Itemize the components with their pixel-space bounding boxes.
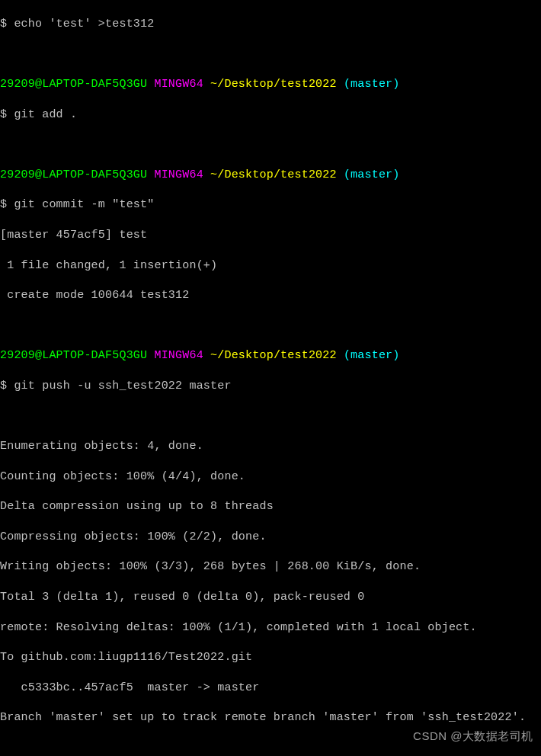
output-line: Writing objects: 100% (3/3), 268 bytes |… (0, 559, 541, 575)
command-text: git push -u ssh_test2022 master (14, 380, 231, 392)
output-line: remote: Resolving deltas: 100% (1/1), co… (0, 620, 541, 636)
output-line: To github.com:liugp1116/Test2022.git (0, 650, 541, 665)
output-line: Enumerating objects: 4, done. (0, 439, 541, 454)
blank-line (0, 137, 541, 152)
output-line: c5333bc..457acf5 master -> master (0, 681, 541, 696)
cmd-line: $ echo 'test' >test312 (0, 17, 541, 32)
prompt-line: 29209@LAPTOP-DAF5Q3GU MINGW64 ~/Desktop/… (0, 348, 541, 364)
command-text: git add . (14, 108, 77, 121)
output-line: Compressing objects: 100% (2/2), done. (0, 530, 541, 545)
prompt-line: 29209@LAPTOP-DAF5Q3GU MINGW64 ~/Desktop/… (0, 168, 541, 183)
output-line: 1 file changed, 1 insertion(+) (0, 258, 541, 274)
blank-line (0, 46, 541, 62)
output-line: Delta compression using up to 8 threads (0, 499, 541, 514)
output-line: Branch 'master' set up to track remote b… (0, 710, 541, 726)
output-line: Total 3 (delta 1), reused 0 (delta 0), p… (0, 590, 541, 605)
prompt-line: 29209@LAPTOP-DAF5Q3GU MINGW64 ~/Desktop/… (0, 77, 541, 92)
command-text: git commit -m "test" (14, 198, 154, 211)
cmd-line: $ git push -u ssh_test2022 master (0, 379, 541, 394)
cmd-line: $ git commit -m "test" (0, 197, 541, 213)
blank-line (0, 409, 541, 424)
output-line: [master 457acf5] test (0, 228, 541, 243)
blank-line (0, 741, 541, 756)
blank-line (0, 319, 541, 334)
terminal[interactable]: $ echo 'test' >test312 29209@LAPTOP-DAF5… (0, 0, 541, 756)
command-text: echo 'test' >test312 (14, 18, 154, 30)
cmd-line: $ git add . (0, 107, 541, 123)
output-line: create mode 100644 test312 (0, 288, 541, 303)
output-line: Counting objects: 100% (4/4), done. (0, 469, 541, 485)
